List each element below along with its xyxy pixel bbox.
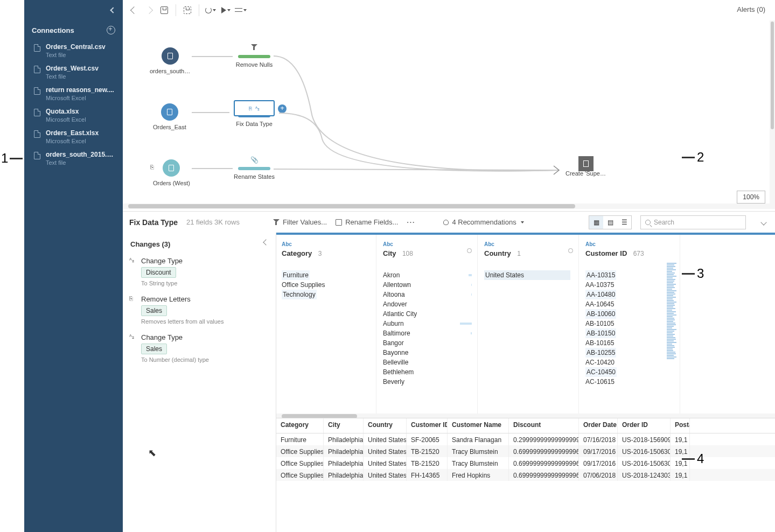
add-step-button[interactable]: + (278, 104, 287, 113)
anno-2-line (682, 157, 695, 158)
value-row[interactable]: AB-10165 (585, 338, 674, 348)
node-fix-data-type[interactable]: ⎘ ᴬ₂ Fix Data Type + (229, 100, 279, 127)
table-row[interactable]: Office SuppliesPhiladelphiaUnited States… (276, 469, 775, 481)
node-output[interactable]: Create 'Supers... (564, 160, 608, 177)
canvas-vscrollbar[interactable] (770, 20, 775, 204)
value-row[interactable]: AC-10450 (585, 367, 674, 377)
value-row[interactable]: Altoona (383, 290, 472, 299)
annotation-1: 1 (1, 151, 8, 166)
value-row[interactable]: AB-10150 (585, 328, 674, 338)
run-button[interactable] (220, 4, 232, 16)
alerts-indicator[interactable]: Alerts (0) (737, 5, 765, 13)
table-row[interactable]: FurniturePhiladelphiaUnited StatesSF-200… (276, 433, 775, 445)
grid-view-button[interactable]: ▤ (603, 216, 617, 229)
field-chip: Discount (141, 267, 176, 278)
connection-item[interactable]: Quota.xlsxMicrosoft Excel (24, 104, 123, 126)
value-row[interactable]: Beverly (383, 377, 472, 387)
value-row[interactable]: Allentown (383, 280, 472, 290)
recommendation-icon[interactable] (467, 248, 472, 253)
value-row[interactable]: AA-10480 (585, 290, 674, 299)
field-card-city[interactable]: Abc City 108 AkronAllentownAltoonaAndove… (378, 235, 478, 418)
connection-item[interactable]: orders_south_2015.c...Text file (24, 148, 123, 169)
value-row[interactable]: AA-10375 (585, 280, 674, 290)
value-row[interactable]: Bayonne (383, 348, 472, 358)
list-view-button[interactable]: ☰ (617, 216, 631, 229)
forward-button[interactable] (143, 4, 155, 16)
node-rename-states[interactable]: 📎 Rename States (233, 156, 276, 180)
value-row[interactable]: Office Supplies (282, 280, 371, 290)
rename-icon (336, 219, 342, 226)
col-header[interactable]: Order ID (618, 418, 671, 433)
node-remove-nulls[interactable]: Remove Nulls (233, 44, 276, 68)
col-header[interactable]: Order Date (579, 418, 618, 433)
settings-button[interactable] (235, 4, 247, 16)
value-row[interactable]: United States (484, 270, 573, 280)
col-header[interactable]: Customer Name (448, 418, 509, 433)
main-toolbar (123, 0, 689, 20)
value-row[interactable]: AB-10255 (585, 348, 674, 358)
sidebar-collapse[interactable] (24, 0, 123, 20)
value-row[interactable]: Technology (282, 290, 371, 299)
file-icon (34, 109, 40, 116)
value-row[interactable]: AA-10645 (585, 299, 674, 309)
col-header[interactable]: Customer ID (407, 418, 448, 433)
connection-item[interactable]: Orders_Central.csvText file (24, 40, 123, 61)
value-row[interactable]: AB-10105 (585, 319, 674, 328)
node-orders-south[interactable]: orders_south_... (150, 47, 191, 74)
profile-view-button[interactable]: ▦ (589, 216, 603, 229)
connection-item[interactable]: Orders_West.csvText file (24, 61, 123, 83)
value-row[interactable]: Akron (383, 270, 472, 280)
changes-collapse-button[interactable] (263, 239, 269, 245)
col-header[interactable]: City (324, 418, 364, 433)
col-header[interactable]: Discount (509, 418, 579, 433)
canvas-hscrollbar[interactable] (123, 204, 775, 209)
field-card-category[interactable]: Abc Category 3 FurnitureOffice SuppliesT… (276, 235, 376, 418)
value-row[interactable]: Baltimore (383, 328, 472, 338)
value-row[interactable]: Belleville (383, 358, 472, 367)
connection-item[interactable]: Orders_East.xlsxMicrosoft Excel (24, 126, 123, 148)
back-button[interactable] (128, 4, 140, 16)
field-card-customer-id[interactable]: Abc Customer ID 673 AA-10315AA-10375AA-1… (580, 235, 680, 418)
output-icon (578, 156, 594, 171)
value-row[interactable]: Atlantic City (383, 309, 472, 319)
more-actions-button[interactable]: ··· (407, 219, 415, 226)
add-connection-button[interactable] (107, 26, 115, 34)
anno-4-line (682, 458, 695, 460)
connection-item[interactable]: return reasons_new....Microsoft Excel (24, 83, 123, 104)
zoom-level[interactable]: 100% (737, 191, 765, 204)
value-row[interactable]: Bethlehem (383, 367, 472, 377)
search-input[interactable]: Search (640, 215, 746, 229)
recommendation-icon[interactable] (568, 248, 573, 253)
value-row[interactable]: Furniture (282, 270, 371, 280)
flow-pane[interactable]: orders_south_... Remove Nulls Orders_Eas… (123, 20, 775, 209)
change-item[interactable]: ⎘ Remove Letters Sales Removes letters f… (123, 292, 276, 330)
toolbar-separator (176, 4, 176, 16)
filter-values-button[interactable]: Filter Values... (273, 218, 327, 226)
refresh-button[interactable] (205, 4, 217, 16)
node-orders-west[interactable]: ⎘ Orders (West) (153, 159, 190, 186)
recommendations-button[interactable]: 4 Recommendations (443, 218, 523, 226)
value-row[interactable]: AB-10060 (585, 309, 674, 319)
value-row[interactable]: AA-10315 (585, 270, 674, 280)
value-row[interactable]: AC-10615 (585, 377, 674, 387)
value-row[interactable]: Andover (383, 299, 472, 309)
change-item[interactable]: ᴬ₂ Change Type Discount To String type (123, 254, 276, 292)
chevron-left-icon (110, 7, 116, 13)
col-header[interactable]: Postal (671, 418, 690, 433)
value-row[interactable]: AC-10420 (585, 358, 674, 367)
change-item[interactable]: ᴬ₂ Change Type Sales To Number (decimal)… (123, 330, 276, 368)
changes-title: Changes (3) (130, 240, 170, 248)
expand-button[interactable] (759, 218, 769, 227)
save-button[interactable] (158, 4, 170, 16)
rename-fields-button[interactable]: Rename Fields... (336, 218, 398, 226)
file-icon (34, 152, 40, 159)
histogram (667, 263, 676, 360)
value-row[interactable]: Bangor (383, 338, 472, 348)
value-row[interactable]: Auburn (383, 319, 472, 328)
publish-button[interactable] (181, 4, 193, 16)
grid-header-row: Category City Country Customer ID Custom… (276, 418, 775, 433)
col-header[interactable]: Category (276, 418, 324, 433)
node-orders-east[interactable]: Orders_East (153, 103, 186, 130)
col-header[interactable]: Country (364, 418, 407, 433)
field-card-country[interactable]: Abc Country 1 United States (479, 235, 579, 418)
